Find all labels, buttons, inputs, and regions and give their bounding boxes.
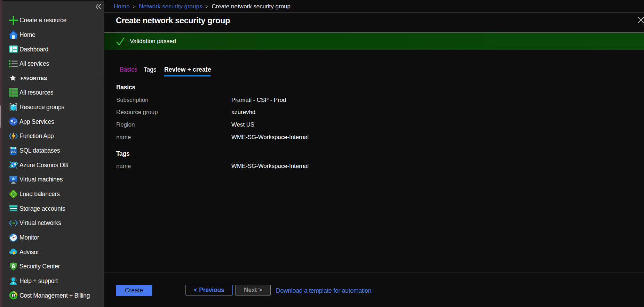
svg-text:$: $: [13, 294, 14, 297]
svg-text:SQL: SQL: [10, 150, 16, 153]
